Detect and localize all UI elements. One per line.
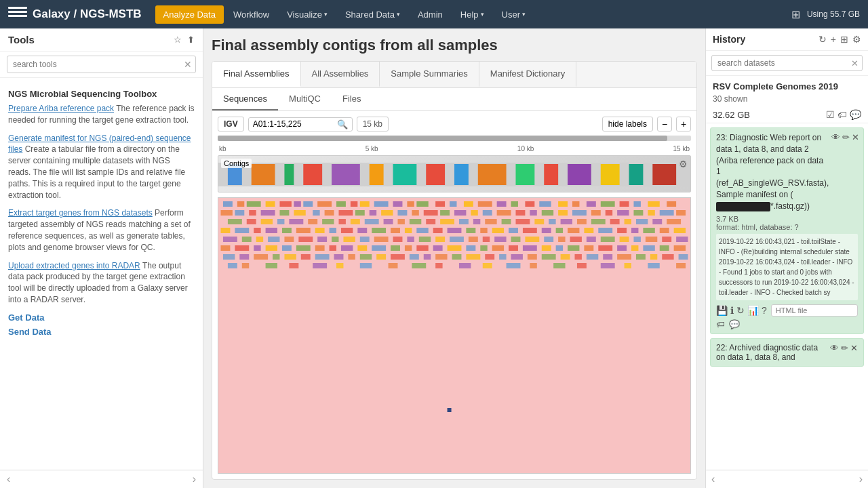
svg-rect-13 (568, 164, 591, 185)
sub-tab-files[interactable]: Files (332, 88, 372, 110)
history-item-22-header: 22: Archived diagnostic data on data 1, … (716, 343, 858, 362)
svg-rect-246 (459, 263, 471, 268)
nav-user[interactable]: User ▾ (494, 5, 534, 24)
tool-link-4[interactable]: Upload extracted genes into RADAR (8, 261, 140, 270)
star-icon[interactable]: ☆ (174, 35, 182, 45)
history-item-23-name-input[interactable] (771, 304, 858, 317)
svg-rect-11 (515, 164, 534, 185)
history-item-23-actions: 💾 ℹ ↻ 📊 ? (716, 304, 858, 317)
igv-location-input[interactable] (253, 119, 334, 129)
igv-progress-inner (218, 136, 667, 141)
svg-rect-239 (289, 263, 298, 268)
sidebar-category-send-data[interactable]: Send Data (8, 327, 195, 337)
sub-tab-multiqc[interactable]: MultiQC (278, 88, 332, 110)
hamburger-icon[interactable] (8, 7, 27, 22)
igv-settings-icon[interactable]: ⚙ (679, 159, 688, 169)
page-title: Final assembly contigs from all samples (212, 37, 697, 54)
hide-labels-button[interactable]: hide labels (602, 117, 653, 131)
navbar-nav: Analyze Data Workflow Visualize ▾ Shared… (155, 5, 791, 24)
history-item-23-comment-icon2[interactable]: 💬 (729, 319, 740, 329)
svg-rect-14 (601, 164, 620, 185)
nav-visualize[interactable]: Visualize ▾ (279, 5, 336, 24)
history-item-23: 23: Diagnostic Web report on data 1, dat… (710, 127, 864, 334)
sidebar-search: ✕ (0, 52, 203, 78)
tool-link-1[interactable]: Prepare Ariba reference pack (8, 104, 114, 113)
igv-contig-track: Contigs ⚙ (218, 155, 691, 196)
history-item-23-chart-icon[interactable]: 📊 (747, 305, 759, 316)
history-refresh-icon[interactable]: ↻ (818, 34, 827, 45)
history-item-23-tag-icon2[interactable]: 🏷 (716, 319, 725, 329)
history-item-23-delete-icon[interactable]: ✕ (852, 132, 859, 142)
chevron-down-icon: ▾ (481, 11, 484, 18)
sidebar-collapse-left-icon[interactable]: ‹ (7, 473, 10, 485)
navbar: Galaxy / NGS-MSTB Analyze Data Workflow … (0, 0, 868, 28)
sidebar-collapse-right-icon[interactable]: › (193, 473, 196, 485)
svg-rect-252 (601, 263, 615, 268)
history-columns-icon[interactable]: ⊞ (840, 34, 848, 45)
igv-toolbar: IGV 🔍 15 kb hide labels − + (218, 117, 691, 131)
svg-rect-253 (625, 263, 631, 268)
tab-all-assemblies[interactable]: All Assemblies (301, 62, 380, 87)
history-item-22-edit-icon[interactable]: ✏ (841, 343, 848, 362)
history-content: RSV Complete Genomes 2019 30 shown 32.62… (706, 76, 868, 470)
grid-icon[interactable]: ⊞ (791, 8, 800, 21)
nav-analyze-data[interactable]: Analyze Data (155, 5, 224, 24)
sidebar-category-get-data[interactable]: Get Data (8, 312, 195, 323)
search-input[interactable] (7, 56, 196, 73)
history-item-23-info-icon[interactable]: ℹ (730, 305, 734, 316)
nav-help[interactable]: Help ▾ (452, 5, 492, 24)
history-bottom-prev-icon[interactable]: ‹ (711, 473, 715, 485)
sidebar-bottom: ‹ › (0, 470, 203, 488)
history-item-23-edit-icon[interactable]: ✏ (842, 132, 850, 142)
tab-manifest-dictionary[interactable]: Manifest Dictionary (479, 62, 577, 87)
svg-rect-8 (426, 164, 445, 185)
nav-shared-data[interactable]: Shared Data ▾ (337, 5, 408, 24)
svg-rect-244 (412, 263, 426, 268)
history-item-23-refresh-icon[interactable]: ↻ (736, 305, 745, 316)
nav-workflow[interactable]: Workflow (225, 5, 277, 24)
nav-admin[interactable]: Admin (410, 5, 451, 24)
igv-search-icon[interactable]: 🔍 (337, 119, 348, 129)
igv-main-svg (218, 198, 690, 473)
history-tag-icon[interactable]: 🏷 (837, 109, 847, 120)
sidebar-title: Tools (8, 34, 35, 45)
svg-rect-10 (478, 164, 507, 185)
history-shown: 30 shown (706, 93, 868, 106)
history-search-clear-icon[interactable]: ✕ (851, 58, 859, 68)
sub-tab-sequences[interactable]: Sequences (212, 88, 278, 110)
svg-rect-245 (435, 263, 442, 268)
history-title: History (713, 34, 745, 45)
sidebar-content: NGS Microbial Sequencing Toolbox Prepare… (0, 78, 203, 470)
history-comment-icon[interactable]: 💬 (850, 109, 861, 120)
history-settings-icon[interactable]: ⚙ (852, 34, 861, 45)
svg-rect-3 (284, 164, 294, 185)
sidebar: Tools ☆ ⬆ ✕ NGS Microbial Sequencing Too… (0, 28, 203, 488)
history-item-23-save-icon[interactable]: 💾 (716, 305, 728, 316)
navbar-brand[interactable]: Galaxy / NGS-MSTB (8, 7, 142, 22)
history-checkbox-icon[interactable]: ☑ (826, 109, 835, 120)
history-search-input[interactable] (711, 55, 863, 71)
tab-sample-summaries[interactable]: Sample Summaries (380, 62, 479, 87)
history-add-icon[interactable]: + (831, 34, 836, 45)
tool-item-4: Upload extracted genes into RADAR The ou… (8, 260, 195, 306)
history-item-23-eye-icon[interactable]: 👁 (831, 132, 840, 142)
clear-search-icon[interactable]: ✕ (184, 59, 192, 70)
svg-rect-240 (313, 263, 327, 268)
navbar-right: ⊞ Using 55.7 GB (791, 8, 860, 21)
history-item-22-eye-icon[interactable]: 👁 (830, 343, 839, 362)
history-item-23-input (771, 304, 858, 317)
history-item-22-delete-icon[interactable]: ✕ (850, 343, 858, 362)
svg-rect-237 (242, 263, 249, 268)
history-item-23-help-icon[interactable]: ? (762, 305, 767, 316)
tab-final-assemblies[interactable]: Final Assemblies (212, 62, 301, 87)
tool-link-3[interactable]: Extract target genes from NGS datasets (8, 208, 153, 218)
zoom-out-button[interactable]: − (657, 117, 672, 131)
zoom-in-button[interactable]: + (676, 117, 691, 131)
upload-icon[interactable]: ⬆ (187, 35, 195, 45)
svg-rect-9 (454, 164, 469, 185)
chevron-down-icon: ▾ (397, 11, 400, 18)
redacted-text (716, 202, 770, 211)
history-bottom-next-icon[interactable]: › (859, 473, 863, 485)
svg-rect-256 (448, 408, 452, 412)
svg-rect-250 (553, 263, 565, 268)
